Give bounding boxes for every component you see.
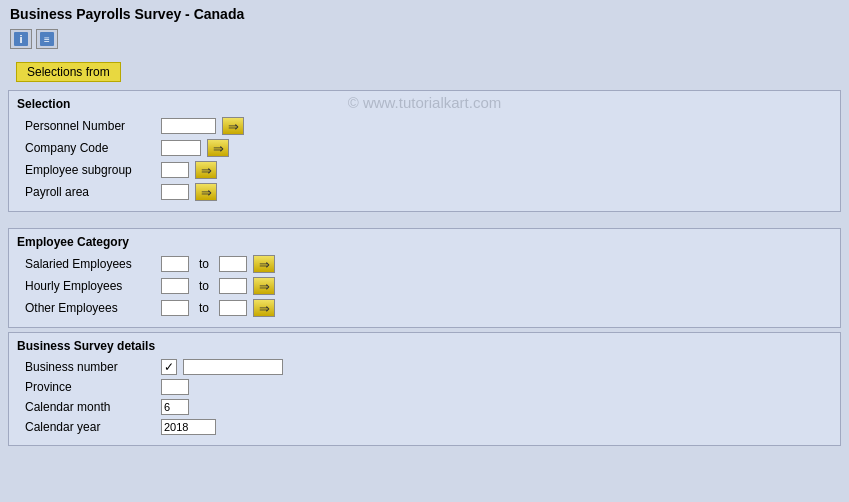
province-row: Province <box>9 377 840 397</box>
employee-subgroup-arrow[interactable]: ⇒ <box>195 161 217 179</box>
company-code-label: Company Code <box>25 141 155 155</box>
svg-text:i: i <box>19 33 22 45</box>
company-code-input[interactable] <box>161 140 201 156</box>
salaried-arrow[interactable]: ⇒ <box>253 255 275 273</box>
personnel-number-row: Personnel Number ⇒ <box>9 115 840 137</box>
province-label: Province <box>25 380 155 394</box>
salaried-to-label: to <box>195 257 213 271</box>
other-employees-row: Other Employees to ⇒ <box>9 297 840 319</box>
selections-from-button[interactable]: Selections from <box>16 62 121 82</box>
personnel-number-input[interactable] <box>161 118 216 134</box>
calendar-year-label: Calendar year <box>25 420 155 434</box>
company-code-row: Company Code ⇒ <box>9 137 840 159</box>
business-number-input[interactable] <box>183 359 283 375</box>
hourly-employees-row: Hourly Employees to ⇒ <box>9 275 840 297</box>
other-to-input[interactable] <box>219 300 247 316</box>
other-from-input[interactable] <box>161 300 189 316</box>
calendar-month-input[interactable] <box>161 399 189 415</box>
hourly-employees-label: Hourly Employees <box>25 279 155 293</box>
employee-subgroup-label: Employee subgroup <box>25 163 155 177</box>
employee-category-header: Employee Category <box>9 233 840 253</box>
payroll-area-label: Payroll area <box>25 185 155 199</box>
employee-subgroup-input[interactable] <box>161 162 189 178</box>
salaried-to-input[interactable] <box>219 256 247 272</box>
hourly-to-input[interactable] <box>219 278 247 294</box>
calendar-month-row: Calendar month <box>9 397 840 417</box>
salaried-employees-row: Salaried Employees to ⇒ <box>9 253 840 275</box>
hourly-arrow[interactable]: ⇒ <box>253 277 275 295</box>
other-to-label: to <box>195 301 213 315</box>
company-code-arrow[interactable]: ⇒ <box>207 139 229 157</box>
other-arrow[interactable]: ⇒ <box>253 299 275 317</box>
hourly-from-input[interactable] <box>161 278 189 294</box>
province-input[interactable] <box>161 379 189 395</box>
salaried-employees-label: Salaried Employees <box>25 257 155 271</box>
payroll-area-input[interactable] <box>161 184 189 200</box>
business-number-checkbox[interactable]: ✓ <box>161 359 177 375</box>
calendar-year-input[interactable] <box>161 419 216 435</box>
business-number-row: Business number ✓ <box>9 357 840 377</box>
toolbar: i ≡ <box>0 26 849 52</box>
selection-section-header: Selection <box>9 95 840 115</box>
payroll-area-arrow[interactable]: ⇒ <box>195 183 217 201</box>
employee-subgroup-row: Employee subgroup ⇒ <box>9 159 840 181</box>
business-survey-header: Business Survey details <box>9 337 840 357</box>
business-survey-section: Business Survey details Business number … <box>8 332 841 446</box>
calendar-month-label: Calendar month <box>25 400 155 414</box>
business-number-label: Business number <box>25 360 155 374</box>
svg-text:≡: ≡ <box>44 34 50 45</box>
selection-section: Selection Personnel Number ⇒ Company Cod… <box>8 90 841 212</box>
hourly-to-label: to <box>195 279 213 293</box>
payroll-area-row: Payroll area ⇒ <box>9 181 840 203</box>
info-icon[interactable]: i <box>10 29 32 49</box>
employee-category-section: Employee Category Salaried Employees to … <box>8 228 841 328</box>
personnel-number-arrow[interactable]: ⇒ <box>222 117 244 135</box>
calendar-year-row: Calendar year <box>9 417 840 437</box>
personnel-number-label: Personnel Number <box>25 119 155 133</box>
page-title: Business Payrolls Survey - Canada <box>0 0 849 26</box>
menu-icon[interactable]: ≡ <box>36 29 58 49</box>
salaried-from-input[interactable] <box>161 256 189 272</box>
other-employees-label: Other Employees <box>25 301 155 315</box>
